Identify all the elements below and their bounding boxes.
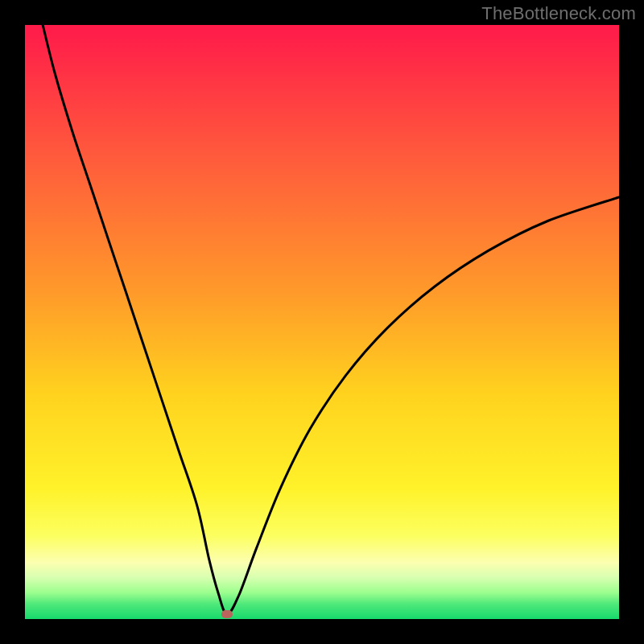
chart-frame: TheBottleneck.com — [0, 0, 644, 644]
bottleneck-curve — [25, 25, 619, 619]
watermark-text: TheBottleneck.com — [481, 3, 636, 24]
plot-area — [25, 25, 619, 619]
optimal-point-marker — [221, 610, 233, 618]
